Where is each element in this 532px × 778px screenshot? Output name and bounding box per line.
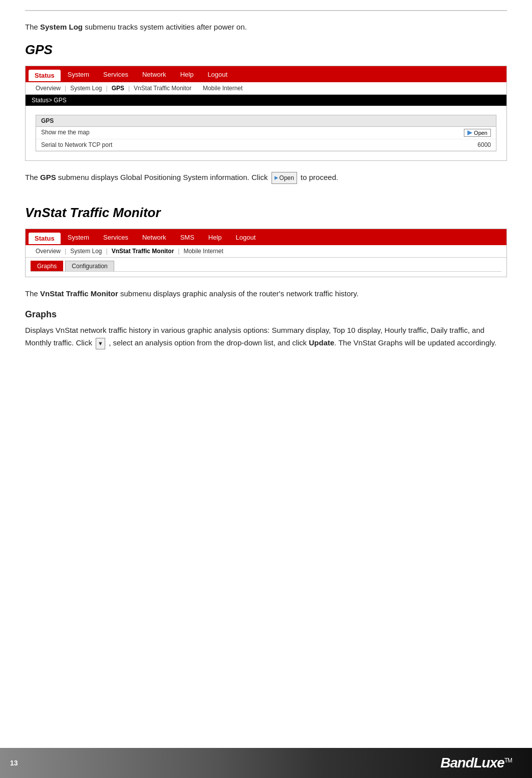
vnstat-nav-services[interactable]: Services xyxy=(96,231,135,244)
vnstat-title: VnStat Traffic Monitor xyxy=(25,205,507,221)
vnstat-description: The VnStat Traffic Monitor submenu displ… xyxy=(25,287,507,300)
gps-title: GPS xyxy=(25,42,507,58)
gps-subnav-mobile[interactable]: Mobile Internet xyxy=(199,85,246,92)
vnstat-subnav-overview[interactable]: Overview xyxy=(32,248,65,255)
gps-section: GPS Status System Services Network Help … xyxy=(25,42,507,184)
graphs-title: Graphs xyxy=(25,309,507,320)
vnstat-nav-status[interactable]: Status xyxy=(29,233,61,244)
vnstat-nav-help[interactable]: Help xyxy=(201,231,229,244)
update-bold: Update xyxy=(309,338,335,347)
gps-subnav-systemlog[interactable]: System Log xyxy=(66,85,106,92)
gps-nav-help[interactable]: Help xyxy=(173,68,201,81)
play-icon xyxy=(467,130,472,135)
vnstat-nav-network[interactable]: Network xyxy=(135,231,173,244)
vnstat-nav-bar: Status System Services Network SMS Help … xyxy=(26,229,506,245)
vnstat-sub-nav: Overview | System Log | VnStat Traffic M… xyxy=(26,245,506,258)
gps-breadcrumb: Status> GPS xyxy=(26,95,506,106)
gps-nav-network[interactable]: Network xyxy=(135,68,173,81)
vnstat-nav-sms[interactable]: SMS xyxy=(173,231,201,244)
gps-nav-bar: Status System Services Network Help Logo… xyxy=(26,66,506,82)
brand-logo: BandLuxeTM xyxy=(440,755,512,771)
vnstat-subnav-vnstat[interactable]: VnStat Traffic Monitor xyxy=(108,248,178,255)
inline-play-icon xyxy=(275,176,279,180)
gps-bold: GPS xyxy=(40,173,56,181)
trademark: TM xyxy=(504,757,512,764)
gps-row-map: Show me the map Open xyxy=(36,127,496,139)
gps-serial-value: 6000 xyxy=(477,141,491,148)
inline-dropdown[interactable]: ▼ xyxy=(96,338,105,349)
top-divider xyxy=(25,10,507,11)
graphs-description: Displays VnStat network traffic history … xyxy=(25,324,507,349)
gps-open-button[interactable]: Open xyxy=(464,129,491,137)
gps-map-label: Show me the map xyxy=(41,129,464,137)
gps-sub-nav: Overview | System Log | GPS | VnStat Tra… xyxy=(26,82,506,95)
page-number: 13 xyxy=(10,759,18,767)
gps-serial-label: Serial to Network TCP port xyxy=(41,141,477,148)
tab-border xyxy=(31,271,501,272)
system-log-bold: System Log xyxy=(40,23,83,31)
vnstat-tab-config[interactable]: Configuration xyxy=(65,261,114,271)
vnstat-section: VnStat Traffic Monitor Status System Ser… xyxy=(25,205,507,349)
intro-rest: submenu tracks system activities after p… xyxy=(83,23,247,31)
vnstat-screenshot: Status System Services Network SMS Help … xyxy=(25,229,507,277)
gps-subnav-overview[interactable]: Overview xyxy=(32,85,65,92)
spacer-1 xyxy=(25,193,507,205)
inline-open-button[interactable]: Open xyxy=(272,172,297,184)
vnstat-bold: VnStat Traffic Monitor xyxy=(40,289,118,298)
page-content: The System Log submenu tracks system act… xyxy=(0,0,532,399)
gps-description: The GPS submenu displays Global Position… xyxy=(25,171,507,184)
gps-subnav-gps[interactable]: GPS xyxy=(108,85,128,92)
gps-inner-header: GPS xyxy=(36,115,496,127)
gps-nav-status[interactable]: Status xyxy=(29,70,61,81)
gps-inner-box: GPS Show me the map Open Serial to Netwo… xyxy=(36,115,496,151)
brand-name: BandLuxe xyxy=(440,755,504,770)
vnstat-nav-system[interactable]: System xyxy=(61,231,96,244)
vnstat-subnav-mobile[interactable]: Mobile Internet xyxy=(179,248,227,255)
vnstat-subnav-systemlog[interactable]: System Log xyxy=(66,248,106,255)
vnstat-tab-graphs[interactable]: Graphs xyxy=(31,261,63,271)
gps-row-serial: Serial to Network TCP port 6000 xyxy=(36,139,496,151)
inline-open-label: Open xyxy=(280,173,294,183)
gps-screenshot: Status System Services Network Help Logo… xyxy=(25,66,507,161)
gps-nav-services[interactable]: Services xyxy=(96,68,135,81)
gps-nav-system[interactable]: System xyxy=(61,68,96,81)
vnstat-nav-logout[interactable]: Logout xyxy=(229,231,263,244)
page-footer: 13 BandLuxeTM xyxy=(0,748,532,778)
gps-map-value: Open xyxy=(464,129,491,137)
gps-content: GPS Show me the map Open Serial to Netwo… xyxy=(26,106,506,160)
intro-paragraph: The System Log submenu tracks system act… xyxy=(25,21,507,33)
gps-subnav-vnstat[interactable]: VnStat Traffic Monitor xyxy=(130,85,195,92)
gps-nav-logout[interactable]: Logout xyxy=(200,68,234,81)
vnstat-tab-bar: Graphs Configuration xyxy=(26,258,506,271)
